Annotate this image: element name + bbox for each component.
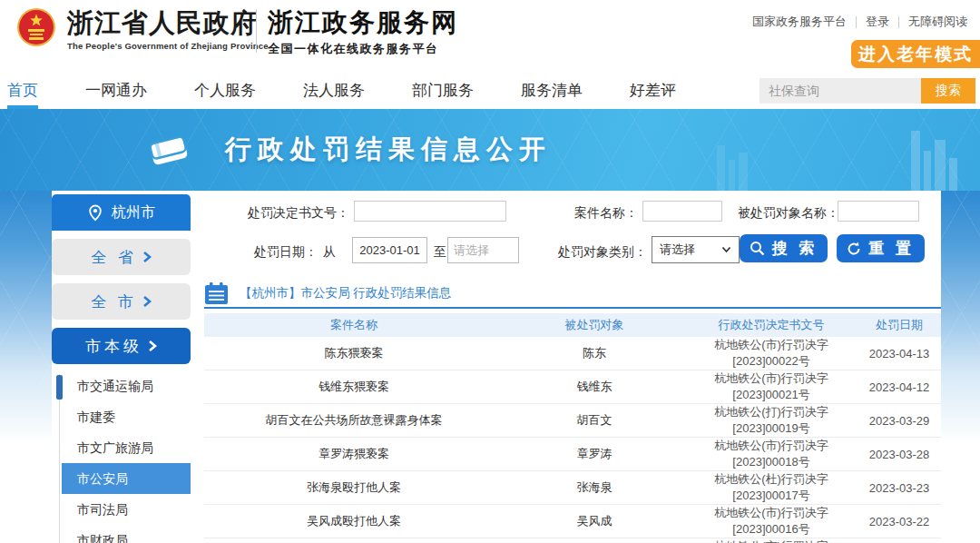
chevron-down-icon bbox=[721, 246, 731, 253]
table-cell: 杭地铁公(市)行罚决字[2023]00021号 bbox=[685, 370, 858, 404]
table-row[interactable]: 钱维东猥亵案钱维东杭地铁公(市)行罚决字[2023]00021号2023-04-… bbox=[204, 370, 941, 404]
province-wide-button[interactable]: 全 省 bbox=[52, 239, 191, 275]
sidebar-bureau-item[interactable]: 市司法局 bbox=[62, 494, 191, 525]
national-emblem-icon bbox=[16, 7, 56, 47]
table-column-header: 行政处罚决定书文号 bbox=[685, 313, 858, 337]
portal-subtitle: 全国一体化在线政务服务平台 bbox=[268, 41, 458, 57]
nav-item[interactable]: 好差评 bbox=[630, 73, 676, 109]
table-cell: 王泽华 bbox=[504, 538, 685, 543]
table-header-row: 案件名称被处罚对象行政处罚决定书文号处罚日期 bbox=[204, 313, 941, 337]
sidebar-city-header: 杭州市 bbox=[52, 194, 191, 231]
results-table: 案件名称被处罚对象行政处罚决定书文号处罚日期 陈东猥亵案陈东杭地铁公(市)行罚决… bbox=[204, 313, 941, 543]
case-name-label: 案件名称： bbox=[558, 205, 638, 222]
table-cell: 杭地铁公(市)行罚决字[2023]00018号 bbox=[685, 438, 858, 471]
gov-name-cn: 浙江省人民政府 bbox=[67, 7, 269, 38]
table-cell: 章罗涛猥亵案 bbox=[204, 438, 504, 471]
portal-name: 浙江政务服务网 bbox=[268, 7, 458, 38]
header-divider bbox=[256, 9, 257, 53]
sidebar-bureau-item[interactable]: 市建委 bbox=[62, 401, 191, 432]
elderly-mode-button[interactable]: 进入老年模式 bbox=[851, 40, 980, 68]
content-background: 杭州市 全 省 全 市 市本级 市交通运输局市建委市文广旅游局市公安局市司法局市… bbox=[0, 191, 980, 543]
table-row[interactable]: 吴风成殴打他人案吴风成杭地铁公(市)行罚决字[2023]00016号2023-0… bbox=[204, 505, 941, 538]
object-name-label: 被处罚对象名称： bbox=[738, 205, 833, 222]
nav-item[interactable]: 一网通办 bbox=[85, 73, 147, 109]
table-cell: 胡百文 bbox=[504, 404, 685, 438]
table-cell: 陈东猥亵案 bbox=[204, 337, 504, 370]
portal-title-block: 浙江政务服务网 全国一体化在线政务服务平台 bbox=[268, 7, 458, 57]
table-cell: 杭地铁公(市)行罚决字[2023]00016号 bbox=[685, 505, 858, 538]
table-cell: 杭地铁公(打)行罚决字[2023]00019号 bbox=[685, 404, 858, 438]
date-from-label: 从 bbox=[323, 244, 336, 261]
table-cell: 吴风成殴打他人案 bbox=[204, 505, 504, 538]
scrollbar-thumb[interactable] bbox=[56, 375, 63, 400]
reset-button[interactable]: 重 置 bbox=[837, 234, 925, 262]
refresh-icon bbox=[847, 242, 861, 256]
nav-item[interactable]: 法人服务 bbox=[303, 73, 365, 109]
table-cell: 钱维东猥亵案 bbox=[204, 370, 504, 404]
search-form: 处罚决定书文号： 案件名称： 被处罚对象名称： 处罚日期： 从 至 处罚对象类别… bbox=[204, 191, 941, 280]
top-link[interactable]: 国家政务服务平台 bbox=[752, 14, 847, 30]
sidebar-bureau-item[interactable]: 市财政局 bbox=[62, 525, 191, 543]
sidebar-bureau-item[interactable]: 市文广旅游局 bbox=[62, 432, 191, 463]
table-cell: 2023-03-22 bbox=[858, 538, 941, 543]
top-links-divider bbox=[856, 16, 857, 28]
table-cell: 杭地铁公(市)行罚决字[2023]00015号 bbox=[685, 538, 858, 543]
book-icon bbox=[145, 129, 192, 171]
table-row[interactable]: 胡百文在公共场所故意裸露身体案胡百文杭地铁公(打)行罚决字[2023]00019… bbox=[204, 404, 941, 438]
table-column-header: 案件名称 bbox=[204, 313, 504, 337]
date-to-input[interactable] bbox=[447, 237, 519, 263]
nav-item[interactable]: 服务清单 bbox=[521, 73, 583, 109]
municipal-level-button[interactable]: 市本级 bbox=[52, 328, 191, 364]
nav-item[interactable]: 部门服务 bbox=[412, 73, 474, 109]
table-cell: 张海泉 bbox=[504, 471, 685, 505]
table-row[interactable]: 王泽华猥亵案王泽华杭地铁公(市)行罚决字[2023]00015号2023-03-… bbox=[204, 538, 941, 543]
sidebar-city-label: 杭州市 bbox=[112, 203, 155, 222]
table-row[interactable]: 章罗涛猥亵案章罗涛杭地铁公(市)行罚决字[2023]00018号2023-03-… bbox=[204, 438, 941, 471]
city-wide-button[interactable]: 全 市 bbox=[52, 283, 191, 320]
content-panel: 杭州市 全 省 全 市 市本级 市交通运输局市建委市文广旅游局市公安局市司法局市… bbox=[52, 191, 941, 543]
chevron-right-icon bbox=[142, 251, 152, 263]
object-name-input[interactable] bbox=[838, 201, 919, 222]
top-links: 国家政务服务平台登录无障碍阅读 bbox=[752, 14, 967, 30]
page-title: 行政处罚结果信息公开 bbox=[225, 132, 552, 168]
main-area: 处罚决定书文号： 案件名称： 被处罚对象名称： 处罚日期： 从 至 处罚对象类别… bbox=[191, 191, 941, 543]
list-icon bbox=[204, 282, 229, 305]
search-button[interactable]: 搜索 bbox=[921, 78, 975, 104]
bureau-list: 市交通运输局市建委市文广旅游局市公安局市司法局市财政局 bbox=[52, 370, 191, 543]
table-cell: 王泽华猥亵案 bbox=[204, 538, 504, 543]
site-logo[interactable]: 浙江省人民政府 The People's Government of Zheji… bbox=[16, 7, 269, 51]
table-cell: 钱维东 bbox=[504, 370, 685, 404]
top-link[interactable]: 登录 bbox=[866, 14, 889, 30]
table-cell: 张海泉殴打他人案 bbox=[204, 471, 504, 505]
table-cell: 胡百文在公共场所故意裸露身体案 bbox=[204, 404, 504, 438]
table-cell: 吴风成 bbox=[504, 505, 685, 538]
table-cell: 2023-04-12 bbox=[858, 370, 941, 404]
category-label: 处罚对象类别： bbox=[547, 244, 647, 261]
sidebar-bureau-item[interactable]: 市交通运输局 bbox=[62, 370, 191, 401]
table-cell: 2023-03-22 bbox=[858, 505, 941, 538]
nav-item[interactable]: 个人服务 bbox=[194, 73, 256, 109]
table-cell: 2023-04-13 bbox=[858, 337, 941, 370]
results-section-header: 【杭州市】市公安局 行政处罚结果信息 bbox=[204, 280, 941, 309]
table-row[interactable]: 陈东猥亵案陈东杭地铁公(市)行罚决字[2023]00022号2023-04-13 bbox=[204, 337, 941, 370]
case-name-input[interactable] bbox=[642, 201, 722, 222]
sidebar: 杭州市 全 省 全 市 市本级 市交通运输局市建委市文广旅游局市公安局市司法局市… bbox=[52, 191, 191, 543]
table-cell: 2023-03-23 bbox=[858, 471, 941, 505]
date-from-input[interactable] bbox=[352, 237, 427, 263]
table-cell: 杭地铁公(杜)行罚决字[2023]00017号 bbox=[685, 471, 858, 505]
top-link[interactable]: 无障碍阅读 bbox=[908, 14, 967, 30]
table-cell: 章罗涛 bbox=[504, 438, 685, 471]
table-column-header: 处罚日期 bbox=[858, 313, 941, 337]
table-cell: 陈东 bbox=[504, 337, 685, 370]
nav-item[interactable]: 首页 bbox=[7, 73, 38, 109]
date-to-label: 至 bbox=[434, 244, 446, 261]
location-pin-icon bbox=[87, 204, 103, 222]
sidebar-bureau-item[interactable]: 市公安局 bbox=[62, 463, 191, 494]
search-submit-button[interactable]: 搜 索 bbox=[740, 234, 828, 262]
date-label: 处罚日期： bbox=[204, 244, 318, 261]
table-cell: 2023-03-28 bbox=[858, 438, 941, 471]
table-row[interactable]: 张海泉殴打他人案张海泉杭地铁公(杜)行罚决字[2023]00017号2023-0… bbox=[204, 471, 941, 505]
doc-no-input[interactable] bbox=[354, 201, 506, 222]
category-select[interactable]: 请选择 bbox=[652, 236, 740, 263]
search-input[interactable] bbox=[760, 78, 921, 104]
